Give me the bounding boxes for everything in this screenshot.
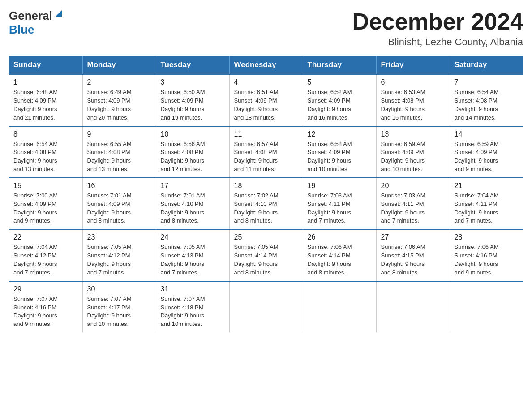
day-number: 8 bbox=[13, 130, 78, 138]
day-number: 30 bbox=[87, 285, 151, 293]
day-info: Sunrise: 7:06 AM Sunset: 4:14 PM Dayligh… bbox=[308, 243, 372, 277]
table-row: 14 Sunrise: 6:59 AM Sunset: 4:09 PM Dayl… bbox=[450, 126, 523, 178]
day-number: 11 bbox=[234, 130, 298, 138]
table-row bbox=[229, 281, 303, 332]
day-number: 1 bbox=[13, 78, 78, 86]
day-info: Sunrise: 7:01 AM Sunset: 4:10 PM Dayligh… bbox=[161, 192, 225, 225]
table-row: 1 Sunrise: 6:48 AM Sunset: 4:09 PM Dayli… bbox=[9, 74, 82, 126]
table-row: 27 Sunrise: 7:06 AM Sunset: 4:15 PM Dayl… bbox=[376, 229, 450, 281]
day-info: Sunrise: 7:00 AM Sunset: 4:09 PM Dayligh… bbox=[13, 192, 78, 225]
day-info: Sunrise: 6:59 AM Sunset: 4:09 PM Dayligh… bbox=[381, 140, 445, 174]
day-number: 5 bbox=[308, 78, 372, 86]
day-info: Sunrise: 7:04 AM Sunset: 4:11 PM Dayligh… bbox=[455, 192, 519, 225]
day-number: 27 bbox=[381, 233, 445, 241]
day-info: Sunrise: 6:56 AM Sunset: 4:08 PM Dayligh… bbox=[161, 140, 225, 174]
day-number: 29 bbox=[13, 285, 78, 293]
calendar-header-row: SundayMondayTuesdayWednesdayThursdayFrid… bbox=[9, 56, 523, 74]
day-number: 20 bbox=[381, 182, 445, 190]
calendar-week-row: 29 Sunrise: 7:07 AM Sunset: 4:16 PM Dayl… bbox=[9, 281, 523, 332]
table-row: 5 Sunrise: 6:52 AM Sunset: 4:09 PM Dayli… bbox=[303, 74, 376, 126]
day-info: Sunrise: 6:54 AM Sunset: 4:08 PM Dayligh… bbox=[455, 88, 519, 122]
table-row bbox=[450, 281, 523, 332]
day-of-week-sunday: Sunday bbox=[9, 56, 82, 74]
calendar-week-row: 15 Sunrise: 7:00 AM Sunset: 4:09 PM Dayl… bbox=[9, 178, 523, 229]
day-of-week-monday: Monday bbox=[82, 56, 156, 74]
day-number: 15 bbox=[13, 182, 78, 190]
table-row bbox=[303, 281, 376, 332]
table-row: 11 Sunrise: 6:57 AM Sunset: 4:08 PM Dayl… bbox=[229, 126, 303, 178]
table-row: 10 Sunrise: 6:56 AM Sunset: 4:08 PM Dayl… bbox=[156, 126, 229, 178]
table-row: 22 Sunrise: 7:04 AM Sunset: 4:12 PM Dayl… bbox=[9, 229, 82, 281]
day-info: Sunrise: 7:04 AM Sunset: 4:12 PM Dayligh… bbox=[13, 243, 78, 277]
day-number: 18 bbox=[234, 182, 298, 190]
day-number: 13 bbox=[381, 130, 445, 138]
location-title: Blinisht, Lezhe County, Albania bbox=[352, 36, 523, 48]
day-number: 12 bbox=[308, 130, 372, 138]
day-number: 31 bbox=[161, 285, 225, 293]
day-number: 14 bbox=[455, 130, 519, 138]
day-number: 21 bbox=[455, 182, 519, 190]
day-number: 7 bbox=[455, 78, 519, 86]
table-row: 23 Sunrise: 7:05 AM Sunset: 4:12 PM Dayl… bbox=[82, 229, 156, 281]
day-number: 10 bbox=[161, 130, 225, 138]
day-of-week-thursday: Thursday bbox=[303, 56, 376, 74]
day-info: Sunrise: 6:49 AM Sunset: 4:09 PM Dayligh… bbox=[87, 88, 151, 122]
day-number: 6 bbox=[381, 78, 445, 86]
day-info: Sunrise: 7:06 AM Sunset: 4:15 PM Dayligh… bbox=[381, 243, 445, 277]
day-info: Sunrise: 7:07 AM Sunset: 4:18 PM Dayligh… bbox=[161, 295, 225, 329]
table-row: 21 Sunrise: 7:04 AM Sunset: 4:11 PM Dayl… bbox=[450, 178, 523, 229]
day-info: Sunrise: 6:52 AM Sunset: 4:09 PM Dayligh… bbox=[308, 88, 372, 122]
day-of-week-friday: Friday bbox=[376, 56, 450, 74]
logo-general: General bbox=[9, 9, 52, 23]
table-row: 2 Sunrise: 6:49 AM Sunset: 4:09 PM Dayli… bbox=[82, 74, 156, 126]
calendar-week-row: 8 Sunrise: 6:54 AM Sunset: 4:08 PM Dayli… bbox=[9, 126, 523, 178]
day-of-week-wednesday: Wednesday bbox=[229, 56, 303, 74]
table-row bbox=[376, 281, 450, 332]
table-row: 30 Sunrise: 7:07 AM Sunset: 4:17 PM Dayl… bbox=[82, 281, 156, 332]
day-of-week-saturday: Saturday bbox=[450, 56, 523, 74]
day-number: 23 bbox=[87, 233, 151, 241]
calendar-week-row: 1 Sunrise: 6:48 AM Sunset: 4:09 PM Dayli… bbox=[9, 74, 523, 126]
day-info: Sunrise: 7:07 AM Sunset: 4:17 PM Dayligh… bbox=[87, 295, 151, 329]
day-info: Sunrise: 7:05 AM Sunset: 4:14 PM Dayligh… bbox=[234, 243, 298, 277]
day-number: 16 bbox=[87, 182, 151, 190]
day-number: 22 bbox=[13, 233, 78, 241]
day-number: 9 bbox=[87, 130, 151, 138]
table-row: 28 Sunrise: 7:06 AM Sunset: 4:16 PM Dayl… bbox=[450, 229, 523, 281]
logo-blue: Blue bbox=[9, 23, 34, 36]
page-header: General Blue December 2024 Blinisht, Lez… bbox=[9, 9, 523, 48]
calendar-week-row: 22 Sunrise: 7:04 AM Sunset: 4:12 PM Dayl… bbox=[9, 229, 523, 281]
day-info: Sunrise: 6:59 AM Sunset: 4:09 PM Dayligh… bbox=[455, 140, 519, 174]
day-info: Sunrise: 7:03 AM Sunset: 4:11 PM Dayligh… bbox=[308, 192, 372, 225]
table-row: 7 Sunrise: 6:54 AM Sunset: 4:08 PM Dayli… bbox=[450, 74, 523, 126]
day-number: 3 bbox=[161, 78, 225, 86]
day-number: 2 bbox=[87, 78, 151, 86]
calendar-table: SundayMondayTuesdayWednesdayThursdayFrid… bbox=[9, 56, 523, 332]
table-row: 20 Sunrise: 7:03 AM Sunset: 4:11 PM Dayl… bbox=[376, 178, 450, 229]
table-row: 9 Sunrise: 6:55 AM Sunset: 4:08 PM Dayli… bbox=[82, 126, 156, 178]
logo-arrow-icon bbox=[54, 9, 64, 20]
day-info: Sunrise: 7:06 AM Sunset: 4:16 PM Dayligh… bbox=[455, 243, 519, 277]
day-info: Sunrise: 6:55 AM Sunset: 4:08 PM Dayligh… bbox=[87, 140, 151, 174]
day-number: 25 bbox=[234, 233, 298, 241]
day-info: Sunrise: 6:53 AM Sunset: 4:08 PM Dayligh… bbox=[381, 88, 445, 122]
day-of-week-tuesday: Tuesday bbox=[156, 56, 229, 74]
table-row: 24 Sunrise: 7:05 AM Sunset: 4:13 PM Dayl… bbox=[156, 229, 229, 281]
day-number: 17 bbox=[161, 182, 225, 190]
table-row: 12 Sunrise: 6:58 AM Sunset: 4:09 PM Dayl… bbox=[303, 126, 376, 178]
day-number: 24 bbox=[161, 233, 225, 241]
day-info: Sunrise: 7:01 AM Sunset: 4:09 PM Dayligh… bbox=[87, 192, 151, 225]
title-block: December 2024 Blinisht, Lezhe County, Al… bbox=[352, 9, 523, 48]
table-row: 13 Sunrise: 6:59 AM Sunset: 4:09 PM Dayl… bbox=[376, 126, 450, 178]
day-info: Sunrise: 7:05 AM Sunset: 4:12 PM Dayligh… bbox=[87, 243, 151, 277]
day-number: 26 bbox=[308, 233, 372, 241]
svg-marker-0 bbox=[56, 10, 62, 17]
table-row: 4 Sunrise: 6:51 AM Sunset: 4:09 PM Dayli… bbox=[229, 74, 303, 126]
day-info: Sunrise: 6:57 AM Sunset: 4:08 PM Dayligh… bbox=[234, 140, 298, 174]
day-info: Sunrise: 7:03 AM Sunset: 4:11 PM Dayligh… bbox=[381, 192, 445, 225]
table-row: 18 Sunrise: 7:02 AM Sunset: 4:10 PM Dayl… bbox=[229, 178, 303, 229]
day-number: 28 bbox=[455, 233, 519, 241]
day-number: 4 bbox=[234, 78, 298, 86]
day-info: Sunrise: 6:50 AM Sunset: 4:09 PM Dayligh… bbox=[161, 88, 225, 122]
day-info: Sunrise: 6:48 AM Sunset: 4:09 PM Dayligh… bbox=[13, 88, 78, 122]
